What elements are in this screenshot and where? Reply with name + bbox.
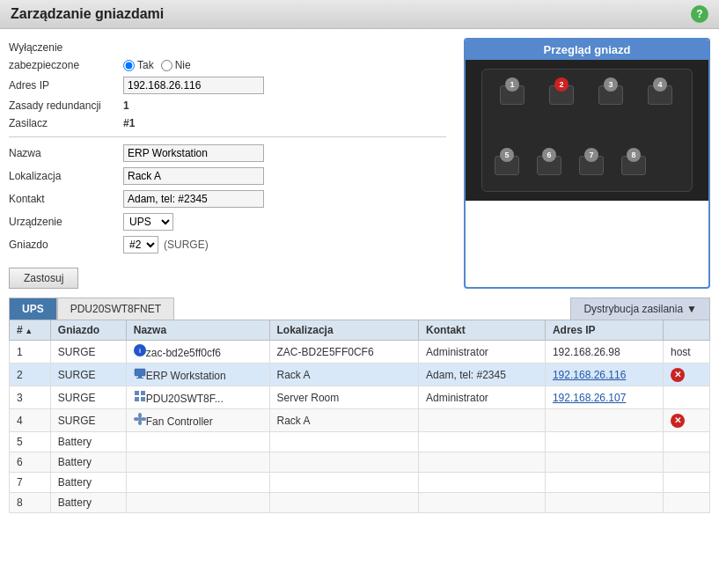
table-row[interactable]: 5Battery	[10, 432, 710, 452]
table-body: 1SURGEizac-bd2e5ff0cf6ZAC-BD2E5FF0CF6Adm…	[10, 341, 710, 513]
cell-name: izac-bd2e5ff0cf6	[126, 341, 269, 364]
col-name[interactable]: Nazwa	[126, 320, 269, 341]
cell-status	[663, 493, 709, 513]
table-tabs: UPS PDU20SWT8FNET Dystrybucja zasilania …	[9, 298, 710, 320]
col-location[interactable]: Lokalizacja	[269, 320, 419, 341]
cell-outlet: SURGE	[50, 341, 126, 364]
device-name-text: zac-bd2e5ff0cf6	[146, 347, 221, 359]
radio-tak-text: Tak	[137, 59, 154, 71]
help-icon[interactable]: ?	[691, 5, 708, 23]
ip-label: Adres IP	[9, 79, 123, 92]
contact-group: Kontakt	[9, 190, 446, 208]
cell-name	[126, 432, 269, 452]
cell-outlet: Battery	[50, 493, 126, 513]
location-group: Lokalizacja	[9, 167, 446, 185]
table-row[interactable]: 2SURGEERP WorkstationRack AAdam, tel: #2…	[10, 364, 710, 386]
outlet-label: Gniazdo	[9, 239, 123, 251]
outlet-6[interactable]: 6	[537, 156, 561, 175]
radio-nie[interactable]	[161, 60, 172, 71]
cell-status	[663, 452, 709, 473]
device-name-text: ERP Workstation	[146, 370, 226, 382]
cell-ip	[545, 493, 663, 513]
radio-tak[interactable]	[123, 60, 135, 71]
device-select[interactable]: UPS PDU Other	[123, 213, 173, 231]
table-row[interactable]: 4SURGEFan ControllerRack A✕	[10, 409, 710, 432]
preview-panel: Przegląd gniazd 1 2 3 4	[464, 38, 710, 289]
cell-status	[663, 432, 709, 452]
ip-link[interactable]: 192.168.26.116	[553, 369, 626, 381]
radio-nie-label[interactable]: Nie	[161, 59, 191, 71]
cell-location: Rack A	[269, 364, 419, 386]
col-outlet[interactable]: Gniazdo	[50, 320, 126, 341]
outlet-5[interactable]: 5	[495, 156, 519, 175]
device-group: Urządzenie UPS PDU Other	[9, 213, 446, 231]
outlet-7[interactable]: 7	[579, 156, 604, 175]
outlet-2[interactable]: 2	[549, 85, 574, 105]
table-header: # Gniazdo Nazwa Lokalizacja Kontakt Adre…	[10, 320, 710, 341]
cell-contact	[419, 473, 546, 493]
psu-value: #1	[123, 117, 135, 129]
tab-ups[interactable]: UPS	[9, 298, 57, 320]
cell-outlet: Battery	[50, 452, 126, 473]
cell-name: ERP Workstation	[126, 364, 269, 386]
table-row[interactable]: 8Battery	[10, 493, 710, 513]
grid-icon	[134, 393, 146, 405]
outlet-3-number: 3	[604, 77, 618, 92]
cell-ip	[545, 452, 663, 473]
outlet-1[interactable]: 1	[500, 85, 525, 105]
outlet-3[interactable]: 3	[598, 85, 623, 105]
cell-location: ZAC-BD2E5FF0CF6	[269, 341, 419, 364]
outlet-6-number: 6	[542, 148, 556, 162]
col-num[interactable]: #	[10, 320, 51, 341]
outlet-row-top: 1 2 3 4	[500, 85, 672, 105]
redundancy-label: Zasady redundancji	[9, 99, 123, 112]
cell-num: 6	[10, 452, 51, 473]
location-label: Lokalizacja	[9, 170, 123, 182]
cell-ip	[545, 473, 663, 493]
cell-outlet: Battery	[50, 473, 126, 493]
outlet-type-label: (SURGE)	[164, 239, 209, 251]
chevron-down-icon: ▼	[686, 303, 697, 315]
outlet-select[interactable]: #1 #2 #3 #4 #5 #6 #7 #8	[123, 236, 158, 254]
header-row: # Gniazdo Nazwa Lokalizacja Kontakt Adre…	[10, 320, 710, 341]
outlet-1-number: 1	[505, 77, 519, 92]
name-group: Nazwa	[9, 144, 446, 162]
main-content: Wyłączenie zabezpieczone Tak Nie Adres I…	[0, 29, 719, 298]
outlet-8[interactable]: 8	[621, 156, 646, 175]
tab-distribution[interactable]: Dystrybucja zasilania ▼	[570, 298, 710, 320]
cell-num: 7	[10, 473, 51, 493]
table-row[interactable]: 1SURGEizac-bd2e5ff0cf6ZAC-BD2E5FF0CF6Adm…	[10, 341, 710, 364]
name-input[interactable]	[123, 144, 264, 162]
table-row[interactable]: 6Battery	[10, 452, 710, 473]
page-title: Zarządzanie gniazdami	[11, 6, 164, 22]
svg-rect-5	[135, 391, 139, 395]
outlet-4[interactable]: 4	[648, 85, 672, 105]
circle-icon: i	[134, 347, 146, 359]
cell-ip[interactable]: 192.168.26.116	[545, 364, 663, 386]
cell-contact: Adam, tel: #2345	[419, 364, 546, 386]
svg-rect-2	[135, 369, 145, 376]
svg-rect-8	[141, 397, 145, 401]
protected-label: zabezpieczone	[9, 59, 123, 71]
svg-point-12	[138, 420, 142, 425]
cell-location: Rack A	[269, 409, 419, 432]
page-header: Zarządzanie gniazdami ?	[0, 0, 719, 29]
table-row[interactable]: 7Battery	[10, 473, 710, 493]
table-row[interactable]: 3SURGEPDU20SWT8F...Server RoomAdministra…	[10, 386, 710, 409]
cell-ip[interactable]: 192.168.26.107	[545, 386, 663, 409]
col-ip[interactable]: Adres IP	[545, 320, 663, 341]
psu-group: Zasilacz #1	[9, 117, 446, 129]
tab-pdu[interactable]: PDU20SWT8FNET	[57, 298, 174, 320]
cell-ip	[545, 409, 663, 432]
ip-link[interactable]: 192.168.26.107	[553, 392, 626, 404]
contact-input[interactable]	[123, 190, 264, 208]
radio-tak-label[interactable]: Tak	[123, 59, 154, 71]
location-input[interactable]	[123, 167, 264, 185]
cell-outlet: SURGE	[50, 409, 126, 432]
apply-button[interactable]: Zastosuj	[9, 268, 78, 289]
outlet-2-number: 2	[554, 77, 569, 92]
ip-input[interactable]	[123, 77, 264, 94]
cell-name: PDU20SWT8F...	[126, 386, 269, 409]
divider-1	[9, 136, 446, 137]
col-contact[interactable]: Kontakt	[419, 320, 546, 341]
